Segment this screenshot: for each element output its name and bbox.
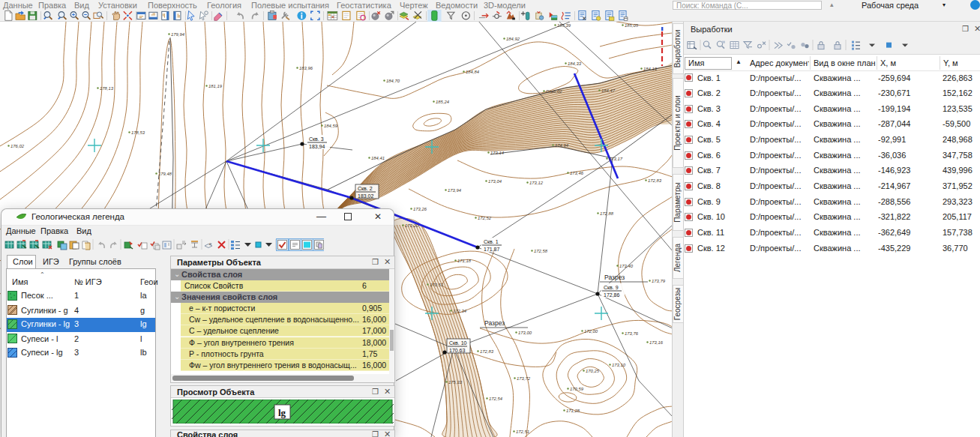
svg-text:173,17: 173,17 [609, 157, 623, 161]
svg-text:185,05: 185,05 [625, 23, 639, 28]
svg-text:184,59: 184,59 [324, 124, 338, 128]
svg-text:184,13: 184,13 [643, 67, 658, 71]
svg-text:172,58: 172,58 [534, 249, 548, 253]
svg-text:171,28: 171,28 [566, 409, 580, 413]
svg-text:Разрез: Разрез [484, 319, 505, 327]
svg-text:173,14: 173,14 [490, 151, 505, 155]
svg-text:173,00: 173,00 [518, 331, 532, 335]
svg-text:184,84: 184,84 [466, 70, 480, 74]
svg-text:183,96: 183,96 [299, 66, 313, 70]
svg-text:Скв. 1: Скв. 1 [484, 239, 499, 244]
svg-text:Скв. 3: Скв. 3 [309, 136, 324, 142]
svg-text:Скв. 10: Скв. 10 [449, 340, 467, 346]
svg-text:173,46: 173,46 [570, 171, 584, 175]
svg-text:173,79: 173,79 [652, 279, 666, 283]
svg-text:Разрез: Разрез [604, 274, 625, 281]
svg-text:176,02: 176,02 [10, 144, 25, 148]
svg-text:e: e [209, 241, 212, 246]
svg-text:173,16: 173,16 [649, 340, 664, 345]
svg-text:Скв. 2: Скв. 2 [358, 186, 373, 191]
svg-text:172,86: 172,86 [604, 292, 620, 298]
svg-text:173,20: 173,20 [405, 223, 419, 228]
svg-text:173,04: 173,04 [488, 179, 502, 184]
svg-text:170,59: 170,59 [570, 387, 584, 391]
svg-text:174,94: 174,94 [555, 143, 569, 148]
svg-text:173,94: 173,94 [448, 188, 462, 193]
svg-text:171,87: 171,87 [484, 247, 500, 252]
svg-text:170,51: 170,51 [430, 283, 443, 287]
svg-text:184,47: 184,47 [601, 88, 616, 93]
svg-text:184,41: 184,41 [371, 156, 385, 160]
svg-text:184,70: 184,70 [386, 79, 400, 83]
svg-text:172,83: 172,83 [480, 349, 494, 354]
svg-text:172,52: 172,52 [478, 216, 492, 220]
svg-text:173,40: 173,40 [619, 264, 634, 268]
svg-text:173,12: 173,12 [529, 181, 544, 185]
svg-text:185,39: 185,39 [557, 23, 571, 28]
svg-text:178,53: 178,53 [131, 130, 145, 135]
svg-text:173,10: 173,10 [612, 363, 626, 367]
svg-text:173,72: 173,72 [517, 376, 531, 381]
svg-text:172,83: 172,83 [648, 178, 662, 183]
svg-text:172,54: 172,54 [489, 397, 503, 401]
svg-text:172,00: 172,00 [584, 329, 598, 334]
svg-text:183,02: 183,02 [358, 193, 374, 199]
svg-text:171,18: 171,18 [457, 259, 472, 263]
svg-text:Скв6,02: Скв6,02 [546, 89, 562, 94]
svg-text:Скв. 9: Скв. 9 [604, 285, 619, 290]
svg-text:183,94: 183,94 [309, 144, 325, 149]
svg-text:185,24: 185,24 [436, 100, 450, 104]
svg-text:179,94: 179,94 [171, 32, 185, 37]
svg-text:lg: lg [278, 407, 286, 418]
svg-text:170,25: 170,25 [586, 369, 600, 373]
svg-text:178,13: 178,13 [100, 86, 114, 91]
svg-text:184,33: 184,33 [568, 61, 582, 66]
svg-text:175,33: 175,33 [448, 380, 463, 385]
svg-text:172,88: 172,88 [600, 211, 614, 216]
svg-text:172,34: 172,34 [453, 309, 467, 313]
svg-text:170,63: 170,63 [449, 348, 466, 353]
svg-text:173,26: 173,26 [413, 207, 427, 211]
svg-text:173,76: 173,76 [625, 331, 639, 336]
svg-text:181,19: 181,19 [208, 84, 223, 88]
svg-text:172,51: 172,51 [516, 430, 529, 434]
svg-text:184,92: 184,92 [506, 37, 520, 41]
svg-text:179,48: 179,48 [158, 172, 172, 176]
